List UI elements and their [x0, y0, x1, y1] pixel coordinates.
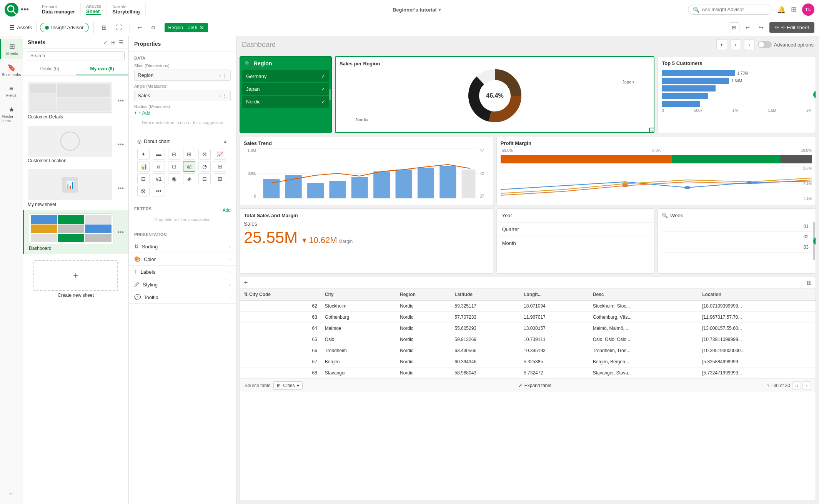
viz-icon-treemap[interactable]: ⊟	[198, 173, 211, 184]
app-menu-button[interactable]: •••	[21, 5, 29, 14]
th-city[interactable]: City	[321, 289, 396, 301]
filter-month[interactable]: Month	[497, 236, 654, 250]
table-grid-button[interactable]: ⊞	[807, 279, 812, 286]
viz-icon-grid[interactable]: ⊞	[214, 161, 226, 172]
sales-region-resize-handle[interactable]: ⤡	[649, 128, 654, 133]
region-item-japan[interactable]: Japan ✓	[242, 83, 329, 95]
tab-myown[interactable]: My own (6)	[76, 63, 128, 75]
week-item-02[interactable]: 02	[662, 232, 812, 242]
sheet-item-customer-location[interactable]: Customer Location •••	[23, 123, 128, 166]
viz-icon-table[interactable]: ⊞	[183, 149, 195, 160]
viz-collapse-icon[interactable]: ▲	[223, 138, 228, 144]
region-tag-close[interactable]: ✕	[200, 25, 204, 31]
nav-analyze[interactable]: Analyze Sheet	[81, 2, 107, 17]
nav-narrate[interactable]: Narrate Storytelling	[107, 3, 146, 16]
viz-icon-map[interactable]: ◈	[183, 173, 195, 184]
viz-icon-bar[interactable]: ▬	[153, 149, 165, 160]
sidebar-item-back[interactable]: ←	[0, 487, 23, 501]
slice-field[interactable]: Region › ⋮	[134, 70, 231, 81]
sorting-item[interactable]: ⇅ Sorting ›	[129, 240, 236, 253]
sheet-dots-customer-details[interactable]: •••	[117, 97, 124, 104]
tab-public[interactable]: Public (0)	[23, 63, 76, 75]
region-selection-tag[interactable]: Region 3 of 6 ✕	[165, 23, 208, 32]
sheet-dots-customer-location[interactable]: •••	[117, 141, 124, 148]
viz-icon-kpi[interactable]: #1	[153, 173, 165, 184]
week-item-01[interactable]: 01	[662, 221, 812, 232]
angle-field[interactable]: Sales › ⋮	[134, 90, 231, 101]
slice-dots[interactable]: ⋮	[222, 72, 227, 78]
prev-page-button[interactable]: ‹	[802, 381, 811, 390]
sidebar-item-sheets[interactable]: ⊞ Sheets	[0, 39, 23, 59]
viz-icon-donut[interactable]: ◎	[183, 161, 195, 172]
edit-sheet-button[interactable]: ✏ ✏ Edit sheet	[769, 22, 814, 33]
nav-prepare[interactable]: Prepare Data manager	[37, 3, 81, 16]
viz-icon-combo[interactable]: ⧈	[153, 161, 165, 172]
create-new-sheet-button[interactable]: + Create new sheet	[23, 254, 128, 304]
viz-icon-pie[interactable]: ◔	[198, 161, 211, 172]
sheet-dots-my-new-sheet[interactable]: •••	[117, 185, 124, 192]
redo-icon2[interactable]: ↪	[756, 23, 766, 32]
notifications-icon[interactable]: 🔔	[777, 5, 786, 14]
viz-icon-line[interactable]: 📈	[214, 149, 226, 160]
first-page-button[interactable]: |‹	[792, 381, 801, 390]
viz-icon-gauge[interactable]: ◉	[168, 173, 180, 184]
th-city-code[interactable]: ⇅ City Code	[240, 289, 321, 301]
sheet-item-dashboard[interactable]: Dashboard •••	[23, 210, 128, 254]
search-input[interactable]	[702, 7, 763, 12]
filters-add-button[interactable]: + Add	[219, 208, 231, 213]
viz-icon-scatter[interactable]: ⊡	[168, 161, 180, 172]
sidebar-item-bookmarks[interactable]: 🔖 Bookmarks	[0, 60, 23, 80]
list-view-icon[interactable]: ☰	[119, 39, 124, 45]
labels-item[interactable]: T Labels ›	[129, 266, 236, 278]
expand-sheets-icon[interactable]: ⤢	[103, 39, 108, 45]
th-longitude[interactable]: Longit...	[520, 289, 589, 301]
add-right-button[interactable]: +	[813, 91, 816, 98]
region-resize-handle[interactable]	[329, 89, 331, 100]
sheet-item-my-new-sheet[interactable]: 📊 My new sheet •••	[23, 166, 128, 210]
user-avatar[interactable]: TL	[802, 3, 814, 16]
sidebar-item-master-items[interactable]: ★ Master items	[0, 102, 23, 126]
sheet-view-normal[interactable]: ⊞	[98, 22, 110, 33]
sheet-dots-dashboard[interactable]: •••	[117, 229, 124, 236]
th-desc[interactable]: Desc	[589, 289, 698, 301]
styling-item[interactable]: 🖊 Styling ›	[129, 278, 236, 291]
table-add-button[interactable]: +	[244, 279, 248, 287]
filter-year[interactable]: Year	[497, 209, 654, 223]
undo-icon2[interactable]: ↩	[742, 23, 753, 32]
advanced-options-toggle[interactable]	[758, 41, 772, 48]
insight-advisor-button[interactable]: Insight Advisor	[40, 23, 89, 32]
assets-button[interactable]: ☰ Assets	[5, 22, 37, 33]
dashboard-back-button[interactable]: ‹	[730, 39, 741, 50]
region-item-nordic[interactable]: Nordic ✓	[242, 96, 329, 108]
dashboard-add-button[interactable]: +	[716, 39, 727, 50]
redo-button[interactable]: ⊙	[148, 23, 158, 32]
cities-dropdown[interactable]: ⊞ Cities ▾	[273, 381, 303, 390]
undo-button[interactable]: ↩	[135, 23, 145, 32]
viz-icon-more[interactable]: •••	[153, 186, 165, 196]
sheets-layout-button[interactable]: ⊞	[729, 22, 739, 33]
viz-icon-bar2[interactable]: ⊟	[168, 149, 180, 160]
week-item-03[interactable]: 03	[662, 242, 812, 253]
sheet-item-customer-details[interactable]: Customer Details •••	[23, 79, 128, 123]
th-region[interactable]: Region	[396, 289, 451, 301]
viz-icon-pivot[interactable]: ⊟	[137, 173, 150, 184]
region-item-germany[interactable]: Germany ✓	[242, 70, 329, 82]
ask-insight-search[interactable]: 🔍	[688, 5, 772, 15]
viz-icon-magic[interactable]: ✦	[137, 149, 150, 160]
grid-view-icon[interactable]: ⊞	[111, 39, 116, 45]
filter-quarter[interactable]: Quarter	[497, 223, 654, 236]
color-item[interactable]: 🎨 Color ›	[129, 253, 236, 266]
angle-dots[interactable]: ⋮	[222, 93, 227, 98]
th-latitude[interactable]: Latitude	[451, 289, 520, 301]
viz-icon-mekko[interactable]: ⊠	[137, 186, 150, 196]
sheet-view-fullscreen[interactable]: ⛶	[113, 23, 125, 33]
qlik-logo[interactable]	[5, 3, 18, 17]
sidebar-item-fields[interactable]: ≡ Fields	[0, 82, 23, 101]
th-location[interactable]: Location	[698, 289, 816, 301]
viz-icon-waterfall[interactable]: ⊞	[214, 173, 226, 184]
expand-table-button[interactable]: ⤢ Expand table	[518, 383, 551, 388]
sheets-search-input[interactable]	[27, 51, 125, 60]
apps-grid-icon[interactable]: ⊞	[791, 5, 797, 14]
dashboard-forward-button[interactable]: ›	[744, 39, 755, 50]
add-radius-button[interactable]: + + Add	[134, 110, 231, 116]
